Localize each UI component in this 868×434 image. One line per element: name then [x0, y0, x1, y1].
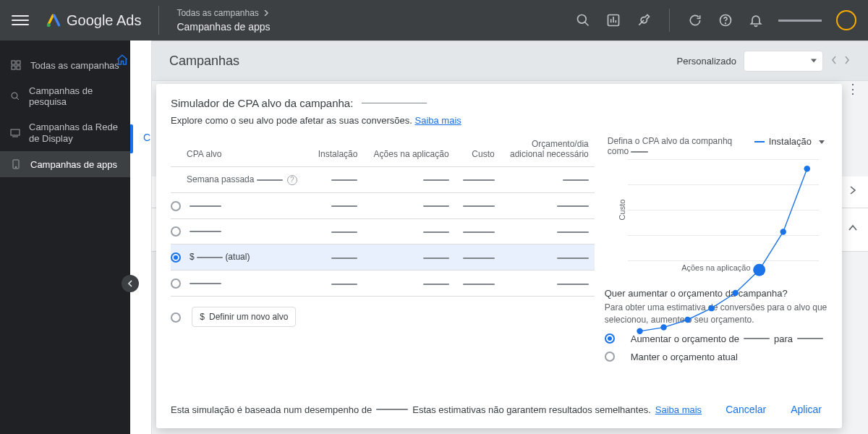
product-name: Google Ads [67, 12, 141, 29]
svg-point-14 [12, 93, 17, 98]
ads-logo-icon [46, 13, 61, 27]
svg-point-19 [15, 166, 17, 168]
sidebar-item-label: Todas as campanhas [30, 60, 119, 71]
col-budget: Orçamento/dia adicional necessário [501, 133, 595, 167]
chevron-up-icon[interactable] [848, 223, 858, 236]
help-icon[interactable] [718, 12, 733, 28]
menu-icon[interactable] [12, 15, 29, 25]
grid-icon [10, 59, 22, 71]
chart-plot: Custo [628, 159, 819, 260]
sidebar-item-label: Campanhas de apps [30, 159, 117, 170]
new-target-row: $ Definir um novo alvo [171, 297, 595, 335]
radio-option[interactable] [605, 333, 615, 344]
cancel-button[interactable]: Cancelar [720, 399, 772, 420]
footer-pre: Esta simulação é baseada num desempenho … [171, 404, 372, 415]
sidebar-item-apps[interactable]: Campanhas de apps [0, 151, 130, 177]
dialog-title: Simulador de CPA alvo da campanha: [171, 97, 353, 109]
radio-option[interactable] [171, 312, 181, 323]
sidebar-item-search[interactable]: Campanhas de pesquisa [0, 78, 130, 114]
svg-point-23 [708, 305, 714, 311]
svg-rect-13 [17, 66, 20, 69]
svg-point-21 [660, 324, 666, 330]
title-redaction [362, 103, 427, 103]
app-icon [10, 158, 22, 170]
radio-option[interactable] [605, 352, 615, 362]
table-row[interactable] [171, 271, 595, 297]
svg-rect-10 [12, 61, 15, 64]
budget-option-keep[interactable]: Manter o orçamento atual [605, 352, 827, 362]
svg-point-24 [732, 290, 738, 296]
legend-label: Instalação [769, 136, 812, 147]
svg-rect-16 [11, 129, 20, 135]
collapsed-letter: C [143, 132, 150, 143]
col-cpa: CPA alvo [171, 133, 310, 167]
col-inapp: Ações na aplicação [363, 133, 454, 167]
chevron-right-icon [263, 10, 269, 16]
account-name [778, 20, 822, 22]
currency-symbol: $ [200, 312, 205, 322]
chart-series-select[interactable]: Instalação [754, 136, 825, 147]
table-row[interactable] [171, 218, 595, 244]
last-week-label: Semana passada [187, 174, 254, 184]
dialog-subtitle: Explore como o seu alvo pode afetar as s… [171, 115, 412, 126]
col-install: Instalação [310, 133, 363, 167]
footer-post: Estas estimativas não garantem resultado… [412, 404, 651, 415]
secondary-nav-rail: C [130, 41, 152, 434]
svg-point-9 [726, 23, 726, 24]
chevron-down-icon [816, 136, 825, 147]
date-pager [830, 55, 851, 67]
table-row-current[interactable]: $ (atual) [171, 244, 595, 271]
date-range-select[interactable] [744, 51, 823, 72]
header-tools [575, 9, 856, 32]
tools-icon[interactable] [636, 12, 652, 28]
reports-icon[interactable] [605, 12, 621, 28]
opt-keep-label: Manter o orçamento atual [631, 352, 738, 362]
radio-option[interactable] [171, 252, 181, 263]
sidebar-item-label: Campanhas da Rede de Display [29, 122, 120, 144]
home-icon[interactable] [116, 54, 147, 69]
svg-point-26 [780, 229, 786, 234]
svg-rect-11 [17, 61, 20, 64]
apply-button[interactable]: Aplicar [785, 399, 827, 420]
collapse-rail-button[interactable] [122, 275, 139, 292]
svg-line-15 [17, 98, 19, 100]
chevron-right-icon[interactable] [848, 185, 858, 198]
overflow-menu-icon[interactable]: ⋮ [846, 81, 861, 97]
svg-rect-12 [12, 66, 15, 69]
sidebar-item-display[interactable]: Campanhas da Rede de Display [0, 114, 130, 151]
cpa-simulator-dialog: Simulador de CPA alvo da campanha: Explo… [156, 84, 842, 428]
search-icon[interactable] [575, 12, 591, 28]
learn-more-link[interactable]: Saiba mais [414, 115, 461, 126]
refresh-icon[interactable] [687, 12, 703, 28]
svg-line-2 [585, 22, 589, 26]
main-content: Campanhas Personalizado ⋮ Simulador de C… [152, 41, 868, 434]
last-week-row: Semana passada ? [171, 167, 595, 193]
notifications-icon[interactable] [748, 12, 764, 28]
radio-option[interactable] [171, 201, 181, 211]
product-logo[interactable]: Google Ads [46, 12, 141, 29]
breadcrumb[interactable]: Todas as campanhas Campanhas de apps [176, 7, 270, 35]
svg-point-27 [804, 166, 809, 171]
search-campaign-icon [10, 90, 20, 102]
next-period-button[interactable] [843, 55, 851, 67]
legend-swatch [754, 141, 765, 142]
chart-card: Defina o CPA alvo da companhq como Insta… [605, 133, 827, 278]
define-new-target-button[interactable]: $ Definir um novo alvo [192, 307, 296, 327]
currency-symbol: $ [190, 252, 195, 262]
help-icon[interactable]: ? [287, 175, 297, 185]
table-row[interactable] [171, 192, 595, 218]
page-title: Campanhas [169, 54, 239, 69]
footer-learn-more-link[interactable]: Saiba mais [655, 404, 702, 415]
radio-option[interactable] [171, 226, 181, 237]
sidebar-item-label: Campanhas de pesquisa [29, 85, 120, 107]
divider [158, 6, 159, 35]
simulator-table: CPA alvo Instalação Ações na aplicação C… [171, 133, 595, 334]
radio-option[interactable] [171, 278, 181, 289]
breadcrumb-top: Todas as campanhas [176, 7, 258, 20]
svg-point-20 [637, 328, 642, 334]
svg-point-25 [753, 264, 765, 276]
sidebar-item-all-campaigns[interactable]: Todas as campanhas [0, 52, 130, 78]
prev-period-button[interactable] [830, 55, 838, 67]
new-target-label: Definir um novo alvo [209, 312, 288, 322]
avatar[interactable] [836, 10, 856, 30]
